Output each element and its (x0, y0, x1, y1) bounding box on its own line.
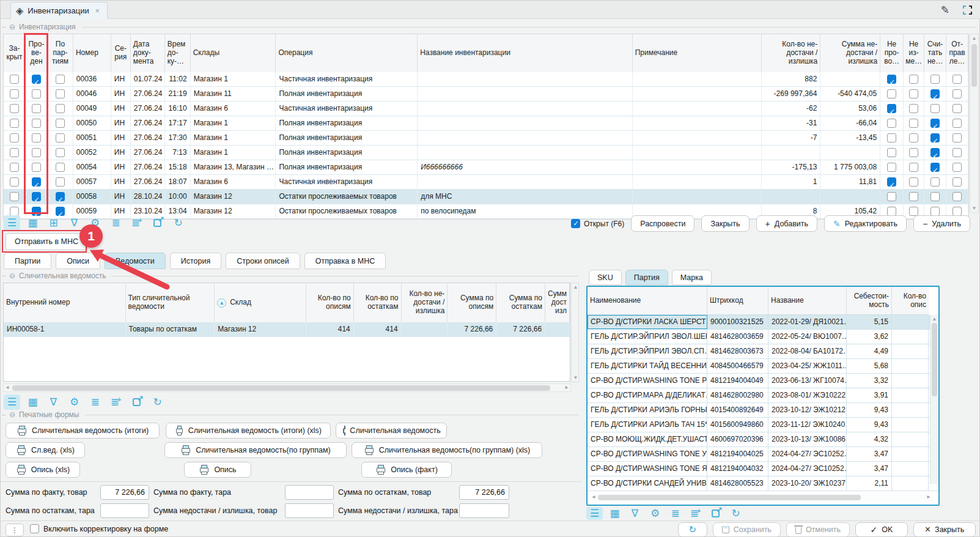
not-changed-checkbox[interactable] (909, 207, 918, 216)
by-batches-checkbox[interactable] (56, 192, 65, 201)
sent-checkbox[interactable] (952, 207, 962, 216)
print-statement-by-groups-button[interactable]: Сличительная ведомость(по группам) (164, 442, 347, 458)
sent-checkbox[interactable] (952, 163, 962, 172)
closed-checkbox[interactable] (10, 89, 19, 98)
col-header-qty-shortage[interactable]: Кол-во не- достачи / излишка (762, 34, 820, 72)
by-batches-checkbox[interactable] (56, 104, 65, 113)
cancel-button[interactable]: Отменить (786, 522, 850, 537)
table-row[interactable]: 00046 ИН 27.06.24 21:19 Магазин 11 Полна… (4, 87, 968, 102)
table-row[interactable]: ГЕЛЬ Д/СТИРКИ ТАЙД ВЕСЕННИЕ… 40845004665… (588, 359, 938, 374)
print-list-fact-button[interactable]: Опись (факт) (361, 462, 452, 478)
main-table-vscrollbar[interactable]: ▲ ▼ (970, 34, 979, 213)
not-changed-checkbox[interactable] (909, 75, 918, 84)
closed-checkbox[interactable] (10, 148, 19, 157)
closed-checkbox[interactable] (10, 75, 19, 84)
table-row[interactable]: 00036 ИН 01.07.24 11:02 Магазин 1 Частич… (4, 72, 968, 87)
closed-checkbox[interactable] (10, 163, 19, 172)
count-not-checkbox[interactable] (930, 75, 940, 84)
col-header-cost[interactable]: Себестои- мость (847, 287, 892, 315)
col-header-batch-title[interactable]: Название (768, 287, 847, 315)
table-row[interactable]: 00054 ИН 27.06.24 15:18 Магазин 13, Мага… (4, 160, 968, 175)
col-header-barcode[interactable]: Штрихкод (707, 287, 768, 315)
add-lines-icon[interactable]: ≣+ (108, 394, 124, 410)
refresh-icon[interactable]: ↻ (728, 507, 744, 520)
tab-statements[interactable]: Ведомости (105, 253, 166, 269)
numbered-list-icon[interactable]: ≣ (87, 394, 103, 410)
col-header-sum-shortage[interactable]: Сумм дост изл (545, 283, 570, 322)
not-changed-checkbox[interactable] (909, 163, 918, 172)
table-row[interactable]: СР-ВО Д/СТИР.МАРА Д/ДЕЛИКАТ… 48146280029… (588, 388, 938, 403)
closed-checkbox[interactable] (10, 119, 19, 128)
by-batches-checkbox[interactable] (56, 148, 65, 157)
view-list-icon[interactable]: ☰ (4, 394, 20, 410)
scroll-thumb[interactable] (932, 323, 937, 396)
not-posted-checkbox[interactable] (887, 192, 896, 201)
scroll-thumb[interactable] (12, 385, 550, 391)
table-row[interactable]: СР-ВО Д/СТИР.WASHING TONE У… 48121940040… (588, 447, 938, 462)
filter-icon[interactable]: ∇ (627, 507, 643, 520)
filter-icon[interactable]: ∇ (66, 215, 83, 231)
open-external-icon[interactable]: ↗ (707, 507, 724, 520)
col-header-count-not[interactable]: Счи- тать не… (924, 34, 946, 72)
not-posted-checkbox[interactable] (887, 177, 896, 187)
count-not-checkbox[interactable] (930, 163, 940, 172)
unpost-button[interactable]: Распровести (631, 215, 694, 232)
sum-stock-goods-value[interactable]: 7 226,66 (459, 485, 509, 500)
scroll-right-icon[interactable]: ► (564, 384, 569, 391)
closed-checkbox[interactable] (10, 192, 19, 201)
closed-checkbox[interactable] (10, 133, 19, 143)
close-button[interactable]: ×Закрыть (913, 522, 976, 537)
open-external-icon[interactable]: ↗ (128, 394, 145, 410)
not-changed-checkbox[interactable] (909, 89, 918, 98)
closed-checkbox[interactable] (10, 104, 19, 113)
col-header-doc-time[interactable]: Врем до- ку-… (165, 34, 191, 72)
count-not-checkbox[interactable] (930, 148, 940, 157)
col-header-sum-shortage[interactable]: Сумма не- достачи / излишка (820, 34, 880, 72)
print-list-button[interactable]: Опись (184, 462, 251, 478)
table-row[interactable]: 00052 ИН 27.06.24 7:13 Магазин 1 Полная … (4, 146, 968, 160)
gear-icon[interactable]: ⚙ (647, 507, 663, 520)
not-changed-checkbox[interactable] (909, 133, 918, 143)
sum-fact-goods-value[interactable]: 7 226,66 (100, 485, 149, 500)
numbered-list-icon[interactable]: ≣ (108, 215, 124, 231)
scroll-up-icon[interactable]: ▲ (930, 316, 938, 322)
view-table-icon[interactable]: ▦ (24, 394, 41, 410)
sum-stock-tare-value[interactable] (100, 503, 149, 518)
table-row[interactable]: СР-ВО Д/СТИРКИ САНДЕЙ УНИВ… 481462800552… (588, 476, 938, 491)
tab-list-lines[interactable]: Строки описей (226, 253, 300, 269)
refresh-icon[interactable]: ↻ (149, 394, 166, 410)
col-header-closed[interactable]: За- крыт (4, 34, 26, 72)
table-row[interactable]: СР-ВО Д/СТИР.WASHING TONE Я… 48121940040… (588, 462, 938, 476)
view-calendar-icon[interactable]: ⊞ (45, 215, 62, 231)
table-row[interactable]: 00058 ИН 28.10.24 10:00 Магазин 12 Остат… (4, 190, 968, 204)
collapse-icon[interactable]: ⊖ (9, 410, 15, 419)
col-header-number[interactable]: Номер (73, 34, 111, 72)
print-list-xls-button[interactable]: Опись (xls) (6, 462, 80, 478)
col-header-sum-by-stock[interactable]: Сумма по остаткам (496, 283, 545, 322)
table-row[interactable]: ГЕЛЬ Д/СТИР.ЭЙПРИЛ ЭВОЛ.СП… 481462800367… (588, 344, 938, 359)
count-not-checkbox[interactable] (930, 192, 940, 201)
print-statement-totals-xls-button[interactable]: Сличительная ведомость (итоги) (xls) (166, 423, 331, 439)
scroll-down-icon[interactable]: ▼ (572, 375, 580, 380)
table-row[interactable]: 00050 ИН 27.06.24 17:17 Магазин 1 Полная… (4, 116, 968, 131)
ok-button[interactable]: ✓OK (855, 522, 908, 537)
not-posted-checkbox[interactable] (887, 75, 896, 84)
count-not-checkbox[interactable] (930, 89, 940, 98)
table-row[interactable]: ГЕЛЬ Д/СТИРКИ АРИЭЛЬ ТАЧ 15*… 4015600949… (588, 418, 938, 432)
gear-icon[interactable]: ⚙ (66, 394, 83, 410)
batch-hscrollbar[interactable]: ◄ ► (590, 494, 932, 502)
scroll-up-icon[interactable]: ▲ (572, 284, 580, 290)
delete-button[interactable]: −Удалить (913, 215, 970, 232)
by-batches-checkbox[interactable] (56, 133, 65, 143)
table-row[interactable]: 00057 ИН 27.06.24 18:07 Магазин 6 Частич… (4, 175, 968, 190)
add-lines-icon[interactable]: ≣+ (128, 215, 145, 231)
more-menu-button[interactable]: ⋮ (6, 524, 24, 536)
collapse-icon[interactable]: ⊖ (9, 23, 15, 31)
scroll-thumb[interactable] (971, 44, 977, 87)
table-row[interactable]: СР-ВО Д/СТИРКИ ЛАСКА ШЕРСТ… 900010032152… (588, 315, 938, 330)
not-posted-checkbox[interactable] (887, 207, 896, 216)
sum-shortage-tare-value[interactable] (459, 503, 509, 518)
sent-checkbox[interactable] (952, 75, 962, 84)
scroll-right-icon[interactable]: ► (926, 494, 931, 501)
tab-lists[interactable]: Описи (56, 253, 100, 269)
